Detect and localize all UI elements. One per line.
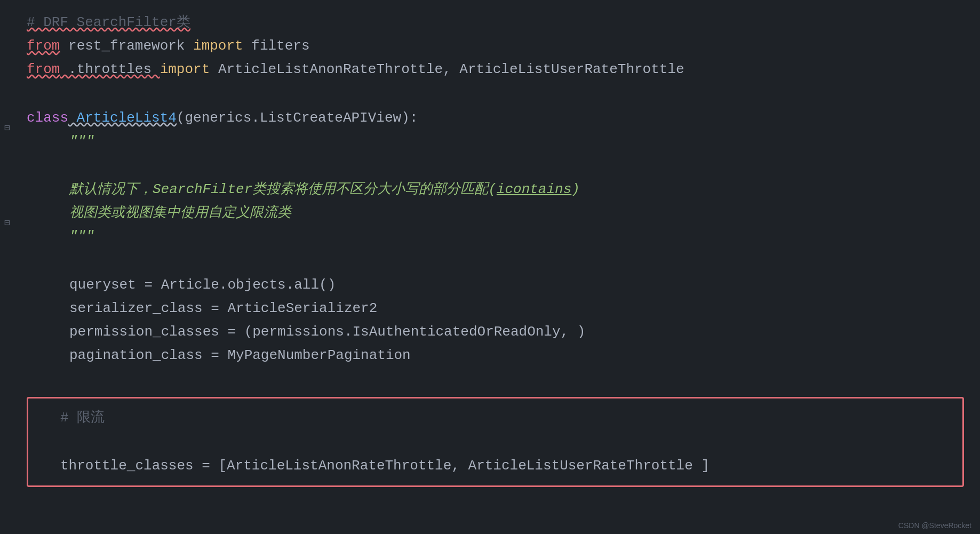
comment-throttle: # 限流 xyxy=(60,406,105,429)
module-throttles: .throttles xyxy=(60,58,160,81)
import-filters: filters xyxy=(243,34,310,58)
code-line-throttle-classes: throttle_classes = [ArticleListAnonRateT… xyxy=(39,454,952,477)
code-line-import2: from .throttles import ArticleListAnonRa… xyxy=(27,58,964,81)
code-line-comment-throttle: # 限流 xyxy=(39,406,952,429)
code-line-comment: # DRF SearchFilter类 xyxy=(27,11,964,34)
fold-icon-class[interactable]: ⊟ xyxy=(4,122,10,133)
empty-line-2 xyxy=(27,153,964,178)
fold-icon-docstring[interactable]: ⊟ xyxy=(4,217,10,228)
highlighted-throttle-block: # 限流 throttle_classes = [ArticleListAnon… xyxy=(27,397,964,487)
permission-line: permission_classes = (permissions.IsAuth… xyxy=(69,320,585,344)
docstring-open: """ xyxy=(69,130,94,153)
import-throttle-classes: ArticleListAnonRateThrottle, ArticleList… xyxy=(210,58,684,81)
queryset-line: queryset = Article.objects.all() xyxy=(69,273,336,297)
code-line-permission: permission_classes = (permissions.IsAuth… xyxy=(27,320,964,344)
watermark: CSDN @SteveRocket xyxy=(898,521,971,530)
module-rest-framework: rest_framework xyxy=(60,34,193,58)
class-name: ArticleList4 xyxy=(68,106,177,130)
throttle-classes-line: throttle_classes = [ArticleListAnonRateT… xyxy=(60,454,710,477)
serializer-line: serializer_class = ArticleSerializer2 xyxy=(69,297,377,320)
docstring-text-1: 默认情况下，SearchFilter类搜索将使用不区分大小写的部分匹配( xyxy=(69,178,497,201)
keyword-import-2: import xyxy=(160,58,210,81)
docstring-text-2: 视图类或视图集中使用自定义限流类 xyxy=(69,201,291,225)
keyword-import-1: import xyxy=(193,34,243,58)
code-editor: ⊟ ⊟ # DRF SearchFilter类 from rest_framew… xyxy=(0,0,980,534)
keyword-from-2: from xyxy=(27,58,60,81)
code-line-queryset: queryset = Article.objects.all() xyxy=(27,273,964,297)
docstring-text-1-end: ) xyxy=(571,178,580,201)
code-line-docstring-open: """ xyxy=(27,130,964,153)
keyword-from-1: from xyxy=(27,34,60,58)
keyword-class: class xyxy=(27,106,68,130)
empty-line-3 xyxy=(27,249,964,273)
docstring-close: """ xyxy=(69,225,94,248)
code-line-docstring-1: 默认情况下，SearchFilter类搜索将使用不区分大小写的部分匹配(icon… xyxy=(27,178,964,201)
class-args: (generics.ListCreateAPIView) xyxy=(177,106,410,130)
code-line-class: class ArticleList4 (generics.ListCreateA… xyxy=(27,106,964,130)
code-line-pagination: pagination_class = MyPageNumberPaginatio… xyxy=(27,344,964,367)
code-line-serializer: serializer_class = ArticleSerializer2 xyxy=(27,297,964,320)
empty-line-1 xyxy=(27,82,964,106)
pagination-line: pagination_class = MyPageNumberPaginatio… xyxy=(69,344,411,367)
code-line-docstring-2: 视图类或视图集中使用自定义限流类 xyxy=(27,201,964,225)
class-colon: : xyxy=(410,106,418,130)
code-line-import1: from rest_framework import filters xyxy=(27,34,964,58)
code-line-docstring-close: """ xyxy=(27,225,964,248)
empty-line-4 xyxy=(27,367,964,392)
docstring-icontains: icontains xyxy=(497,178,571,201)
empty-line-5 xyxy=(39,429,952,454)
comment-drf: # DRF SearchFilter类 xyxy=(27,11,190,34)
